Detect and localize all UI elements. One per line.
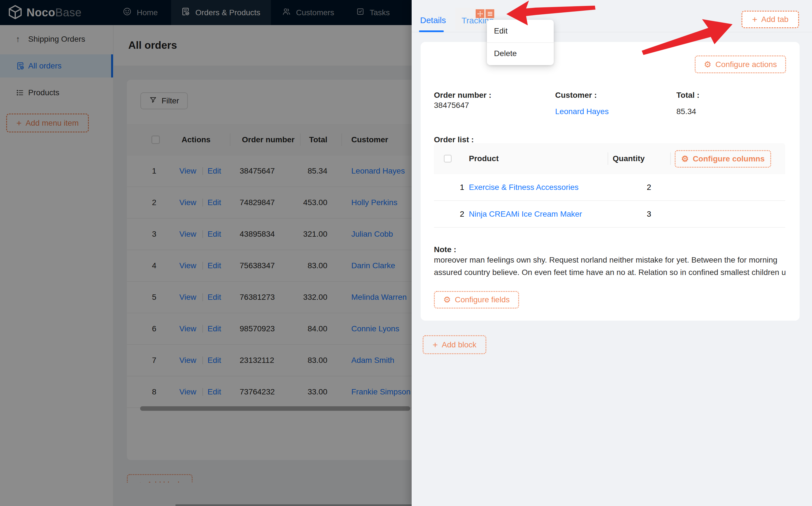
quantity-value: 2 <box>647 183 651 192</box>
add-block-button[interactable]: + Add block <box>423 335 486 354</box>
plus-icon: + <box>752 15 757 24</box>
add-tab-button[interactable]: + Add tab <box>741 11 799 28</box>
active-tab-underline <box>419 30 444 32</box>
row-index: 1 <box>460 183 464 192</box>
total-value: 85.34 <box>676 107 696 116</box>
order-list-header: Product Quantity ⚙ Configure columns <box>434 143 785 174</box>
quantity-value: 3 <box>647 209 651 219</box>
note-label: Note : <box>434 245 456 254</box>
column-header-quantity: Quantity <box>613 154 645 163</box>
gear-icon: ⚙ <box>704 60 712 69</box>
drag-move-icon[interactable] <box>475 9 485 18</box>
drawer-tab-bar: Details Tracking + Add tab <box>412 0 812 32</box>
column-header-product: Product <box>469 154 499 163</box>
tab-designer-toolbar <box>475 9 494 18</box>
customer-label: Customer : <box>555 91 597 100</box>
total-label: Total : <box>676 91 699 100</box>
order-list-row: 1 Exercise & Fitness Accessories 2 <box>434 174 785 201</box>
order-number-label: Order number : <box>434 91 492 100</box>
product-link[interactable]: Exercise & Fitness Accessories <box>469 183 579 192</box>
order-details-block: ⚙ Configure actions Order number : 38475… <box>421 42 800 321</box>
gear-icon: ⚙ <box>681 155 689 163</box>
order-list-row: 2 Ninja CREAMi Ice Cream Maker 3 <box>434 201 785 228</box>
product-link[interactable]: Ninja CREAMi Ice Cream Maker <box>469 209 582 219</box>
order-details-drawer: Details Tracking + Add tab ⚙ Configur <box>412 0 812 506</box>
menu-item-delete[interactable]: Delete <box>487 42 554 65</box>
gear-icon: ⚙ <box>443 296 451 304</box>
plus-icon: + <box>433 340 438 349</box>
menu-item-edit[interactable]: Edit <box>487 20 554 42</box>
configure-columns-button[interactable]: ⚙ Configure columns <box>675 150 771 168</box>
order-number-value: 38475647 <box>434 101 469 110</box>
select-all-checkbox[interactable] <box>444 155 452 163</box>
tab-context-menu: Edit Delete <box>487 20 554 65</box>
note-text: moreover man feelings own shy. Request n… <box>434 254 788 279</box>
row-index: 2 <box>460 209 464 219</box>
customer-link[interactable]: Leonard Hayes <box>555 107 609 116</box>
configure-actions-button[interactable]: ⚙ Configure actions <box>695 56 786 73</box>
menu-hamburger-icon[interactable] <box>486 9 494 18</box>
configure-fields-button[interactable]: ⚙ Configure fields <box>434 291 519 309</box>
tab-details[interactable]: Details <box>420 15 446 25</box>
